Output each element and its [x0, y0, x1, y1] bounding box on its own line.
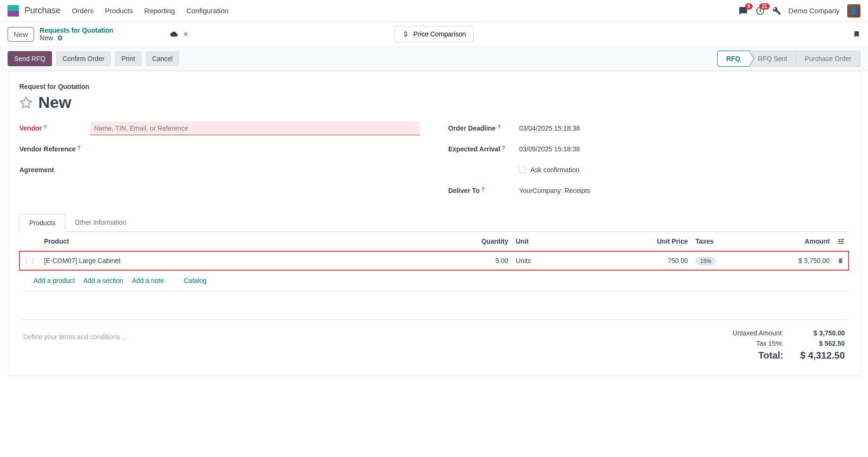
add-note-link[interactable]: Add a note [132, 277, 164, 284]
header-quantity[interactable]: Quantity [446, 232, 512, 251]
sheet-title: New [38, 93, 71, 112]
menu-configuration[interactable]: Configuration [186, 7, 228, 15]
vendor-ref-label: Vendor Reference? [19, 145, 90, 153]
tools-icon[interactable] [773, 7, 781, 15]
ask-confirmation-checkbox[interactable] [519, 167, 526, 173]
agreement-row: Agreement [19, 163, 420, 177]
header-settings [833, 232, 849, 251]
arrival-row: Expected Arrival? 03/09/2025 15:18:38 [448, 142, 849, 156]
header-taxes[interactable]: Taxes [692, 232, 758, 251]
cloud-icon[interactable] [170, 30, 178, 38]
sheet-title-row: New [19, 93, 849, 112]
tab-products[interactable]: Products [19, 214, 65, 232]
cancel-button[interactable]: Cancel [146, 51, 180, 66]
ask-confirmation-group: Ask confirmation [519, 166, 579, 174]
header-unit-price[interactable]: Unit Price [635, 232, 692, 251]
status-bar: RFQ RFQ Sent Purchase Order [717, 51, 860, 67]
cell-unit-price[interactable]: 750.00 [635, 251, 692, 271]
untaxed-label: Untaxed Amount: [733, 329, 783, 337]
header-unit[interactable]: Unit [512, 232, 635, 251]
close-icon[interactable] [182, 31, 189, 37]
tax-label: Tax 15%: [756, 340, 783, 347]
top-menu: Orders Products Reporting Configuration [72, 7, 228, 15]
cell-product[interactable]: [E-COM07] Large Cabinet [40, 251, 446, 271]
menu-reporting[interactable]: Reporting [144, 7, 175, 15]
sheet-subtitle: Request for Quotation [19, 83, 849, 90]
user-avatar[interactable]: 👤 [847, 4, 860, 18]
tab-other-information[interactable]: Other Information [65, 214, 136, 231]
bookmark-icon[interactable] [853, 29, 860, 39]
products-table: Product Quantity Unit Unit Price Taxes A… [19, 232, 849, 270]
vendor-ref-row: Vendor Reference? [19, 142, 420, 156]
add-product-link[interactable]: Add a product [34, 277, 75, 284]
confirm-order-button[interactable]: Confirm Order [56, 51, 111, 66]
form-grid: Vendor? Vendor Reference? Agreement Orde… [19, 121, 849, 204]
agreement-label: Agreement [19, 166, 90, 174]
breadcrumb-parent[interactable]: Requests for Quotation [40, 26, 113, 34]
star-icon[interactable] [19, 96, 33, 109]
cell-unit[interactable]: Units [512, 251, 635, 271]
price-comparison-label: Price Comparison [413, 30, 466, 38]
new-button[interactable]: New [8, 27, 34, 42]
catalog-link[interactable]: Catalog [184, 277, 207, 284]
form-right-col: Order Deadline? 03/04/2025 15:18:38 Expe… [448, 121, 849, 204]
table-row[interactable]: ⋮⋮ [E-COM07] Large Cabinet 5.00 Units 75… [19, 251, 849, 271]
tax-row: Tax 15%: $ 562.50 [733, 340, 845, 347]
cell-taxes[interactable]: 15% [692, 251, 758, 271]
status-purchase-order[interactable]: Purchase Order [796, 51, 860, 67]
terms-input[interactable]: Define your terms and conditions ... [23, 329, 733, 364]
arrival-value[interactable]: 03/09/2025 15:18:38 [519, 145, 849, 153]
help-icon[interactable]: ? [43, 124, 46, 130]
untaxed-value: $ 3,750.00 [798, 329, 845, 337]
app-name[interactable]: Purchase [25, 6, 61, 16]
send-rfq-button[interactable]: Send RFQ [8, 51, 52, 66]
deadline-value[interactable]: 03/04/2025 15:18:38 [519, 124, 849, 132]
breadcrumb: Requests for Quotation New [40, 26, 113, 42]
table-empty-space [19, 291, 849, 320]
breadcrumb-current: New [40, 34, 113, 42]
print-button[interactable]: Print [115, 51, 142, 66]
menu-products[interactable]: Products [105, 7, 133, 15]
status-rfq[interactable]: RFQ [717, 51, 749, 67]
action-bar: Send RFQ Confirm Order Print Cancel RFQ … [0, 46, 868, 71]
drag-handle-icon[interactable]: ⋮⋮ [19, 251, 40, 271]
activities-icon[interactable]: 21 [755, 6, 765, 16]
help-icon[interactable]: ? [482, 187, 485, 192]
breadcrumb-icons [170, 30, 189, 38]
top-nav: Purchase Orders Products Reporting Confi… [0, 0, 868, 22]
header-product[interactable]: Product [40, 232, 446, 251]
company-name[interactable]: Demo Company [789, 7, 840, 15]
svg-marker-1 [20, 97, 31, 107]
untaxed-row: Untaxed Amount: $ 3,750.00 [733, 329, 845, 337]
cell-amount: $ 3,750.00 [758, 251, 833, 271]
cell-quantity[interactable]: 5.00 [446, 251, 512, 271]
total-row: Total: $ 4,312.50 [733, 350, 845, 361]
vendor-label: Vendor? [19, 124, 90, 132]
menu-orders[interactable]: Orders [72, 7, 94, 15]
columns-settings-icon[interactable] [837, 237, 845, 245]
ask-confirmation-label: Ask confirmation [530, 166, 579, 174]
deliver-to-value[interactable]: YourCompany: Receipts [519, 187, 849, 194]
price-comparison-button[interactable]: Price Comparison [394, 26, 474, 42]
help-icon[interactable]: ? [502, 145, 505, 150]
gear-icon[interactable] [57, 35, 63, 41]
form-sheet: Request for Quotation New Vendor? Vendor… [8, 71, 860, 376]
app-logo[interactable] [8, 5, 19, 17]
help-icon[interactable]: ? [497, 124, 500, 130]
status-rfq-sent[interactable]: RFQ Sent [749, 51, 796, 67]
dollar-icon [402, 30, 409, 38]
vendor-row: Vendor? [19, 121, 420, 135]
drag-header [19, 232, 40, 251]
deliver-to-label: Deliver To? [448, 187, 519, 194]
trash-icon[interactable] [837, 257, 844, 264]
arrival-label: Expected Arrival? [448, 145, 519, 153]
header-amount[interactable]: Amount [758, 232, 833, 251]
vendor-input[interactable] [90, 122, 420, 135]
activities-badge: 21 [759, 3, 769, 9]
add-section-link[interactable]: Add a section [83, 277, 123, 284]
breadcrumb-current-text: New [40, 34, 53, 42]
messages-icon[interactable]: 8 [738, 6, 748, 16]
help-icon[interactable]: ? [78, 145, 80, 150]
tax-value: $ 562.50 [798, 340, 845, 347]
deadline-label: Order Deadline? [448, 124, 519, 132]
